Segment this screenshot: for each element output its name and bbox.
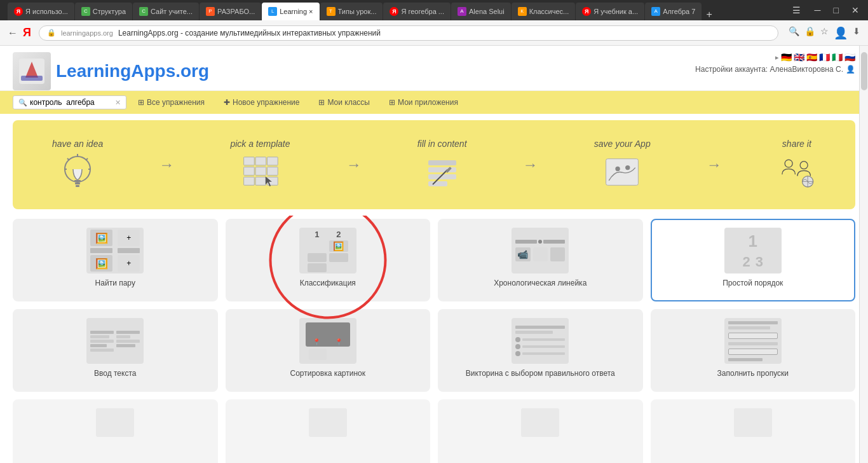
navbar: 🔍 ✕ ⊞ Все упражнения ✚ Новое упражнение … [0, 91, 868, 114]
hero-step-1: have an idea [52, 139, 103, 191]
card-label-text-input: Ввод текста [94, 369, 136, 378]
tab-10[interactable]: Я Я учебник а... [576, 3, 644, 20]
cards-row-2: Ввод текста 📍 📍 Со [13, 309, 855, 392]
tab-label-7: Я геогебра ... [401, 8, 444, 15]
card-label-find-pair: Найти пару [95, 279, 135, 287]
my-apps-nav[interactable]: ⊞ Мои приложения [381, 95, 466, 110]
card-partial-3[interactable] [438, 399, 643, 463]
card-timeline[interactable]: 📹 Хронологическая линейка [438, 219, 643, 301]
tab-11[interactable]: А Алгебра 7 [645, 3, 702, 20]
lock-icon[interactable]: 🔒 [804, 26, 815, 40]
back-button[interactable]: ← [8, 27, 18, 39]
scrollbar-thumb[interactable] [861, 52, 867, 90]
card-label-classify: Классификация [300, 279, 356, 287]
all-exercises-nav[interactable]: ⊞ Все упражнения [130, 95, 212, 110]
tab-label-4: РАЗРАБО... [217, 8, 255, 15]
logo-area: LearningApps.org [13, 52, 209, 90]
hero-content-icon [423, 153, 461, 191]
flag-fr[interactable]: 🇫🇷 [819, 52, 830, 62]
card-partial-4[interactable] [651, 399, 856, 463]
url-bar[interactable]: 🔒 learningapps.org LearningApps.org - со… [39, 25, 778, 41]
tab-label-2: Структура [93, 8, 126, 15]
close-button[interactable]: ✕ [848, 5, 863, 15]
hero-save-icon [603, 153, 641, 191]
bookmark-star-icon[interactable]: ☆ [820, 26, 829, 40]
card-find-pair[interactable]: 🖼️ 🖼️ + [13, 219, 218, 301]
plus-icon: ✚ [224, 98, 230, 107]
search-clear-icon[interactable]: ✕ [115, 99, 121, 107]
browser-search-icon[interactable]: 🔍 [789, 26, 799, 40]
svg-rect-12 [268, 167, 278, 176]
tab-favicon-3: С [139, 7, 148, 16]
tab-9[interactable]: К Классичес... [512, 3, 576, 20]
svg-rect-11 [256, 167, 267, 176]
download-icon[interactable]: ⬇ [853, 26, 860, 40]
svg-rect-7 [244, 157, 255, 165]
card-label-fill-gaps: Заполнить пропуски [717, 369, 789, 378]
new-tab-button[interactable]: + [702, 9, 715, 20]
tab-3[interactable]: С Сайт учите... [133, 3, 199, 20]
tab-favicon-9: К [518, 7, 527, 16]
svg-rect-13 [244, 177, 255, 185]
card-label-quiz: Викторина с выбором правильного ответа [466, 369, 615, 378]
minimize-button[interactable]: ─ [811, 5, 825, 15]
tab-8[interactable]: A Alena Selui [451, 3, 511, 20]
yandex-logo: Я [23, 26, 31, 39]
hero-step-2: pick a template [230, 139, 290, 191]
search-box[interactable]: 🔍 ✕ [13, 95, 126, 109]
card-quiz[interactable]: Викторина с выбором правильного ответа [438, 309, 643, 392]
card-classify[interactable]: 1 2 🖼️ Классификация [226, 219, 431, 301]
flag-it[interactable]: 🇮🇹 [832, 52, 843, 62]
tab-label-9: Классичес... [529, 8, 569, 15]
card-thumb-text [86, 318, 144, 364]
tab-label-1: Я использо... [25, 8, 68, 15]
tab-label-11: Алгебра 7 [663, 8, 695, 15]
grid-icon-2: ⊞ [318, 98, 325, 107]
account-avatar-icon: 👤 [846, 65, 855, 74]
svg-rect-14 [256, 177, 267, 185]
card-sort-images[interactable]: 📍 📍 Сортировка картинок [226, 309, 431, 392]
card-thumb-fill [724, 318, 782, 364]
flag-de[interactable]: 🇩🇪 [781, 52, 792, 62]
tab-6[interactable]: Т Типы урок... [320, 3, 383, 20]
card-thumb-find-pair: 🖼️ 🖼️ + [86, 228, 144, 273]
card-thumb-classify: 1 2 🖼️ [299, 228, 356, 273]
hero-step-5: share it [778, 139, 816, 191]
addressbar: ← Я 🔒 learningapps.org LearningApps.org … [0, 20, 868, 46]
card-simple-order[interactable]: 1 2 3 Простой порядок [651, 219, 856, 301]
flag-ru[interactable]: 🇷🇺 [844, 52, 855, 62]
cards-row-3-partial [13, 399, 855, 463]
tab-5-learning[interactable]: L Learning × [262, 3, 319, 20]
grid-icon-3: ⊞ [389, 98, 395, 107]
secure-icon: 🔒 [47, 29, 56, 37]
hero-step-2-label: pick a template [230, 139, 290, 149]
svg-rect-5 [75, 183, 80, 184]
svg-rect-8 [256, 157, 267, 165]
flag-en[interactable]: 🇬🇧 [794, 52, 804, 62]
search-input[interactable] [30, 98, 112, 107]
account-label-text: Настройки аккаунта: АленаВикторовна С. [695, 65, 843, 74]
menu-icon[interactable]: ☰ [792, 5, 801, 15]
tab-7[interactable]: Я Я геогебра ... [383, 3, 451, 20]
flag-es[interactable]: 🇪🇸 [806, 52, 817, 62]
maximize-button[interactable]: □ [830, 5, 843, 15]
tab-favicon-11: А [651, 7, 660, 16]
card-partial-1[interactable] [13, 399, 218, 463]
tab-4[interactable]: Р РАЗРАБО... [200, 3, 261, 20]
pair-thumb-content: 🖼️ 🖼️ + [88, 228, 142, 273]
logo-icon [13, 52, 51, 90]
my-classes-nav[interactable]: ⊞ Мои классы [311, 95, 377, 110]
search-icon: 🔍 [18, 99, 27, 107]
card-text-input[interactable]: Ввод текста [13, 309, 218, 392]
card-fill-gaps[interactable]: Заполнить пропуски [651, 309, 856, 392]
profile-icon[interactable]: 👤 [834, 26, 848, 40]
card-partial-2[interactable] [226, 399, 431, 463]
tab-1[interactable]: Я Я использо... [8, 3, 74, 20]
card-thumb-sort: 📍 📍 [299, 318, 356, 364]
new-exercise-nav[interactable]: ✚ Новое упражнение [216, 95, 307, 110]
tab-2[interactable]: C Структура [75, 3, 132, 20]
all-exercises-label: Все упражнения [147, 98, 205, 107]
scrollbar[interactable] [859, 46, 868, 463]
svg-rect-2 [21, 76, 43, 81]
card-label-sort-images: Сортировка картинок [290, 369, 365, 378]
